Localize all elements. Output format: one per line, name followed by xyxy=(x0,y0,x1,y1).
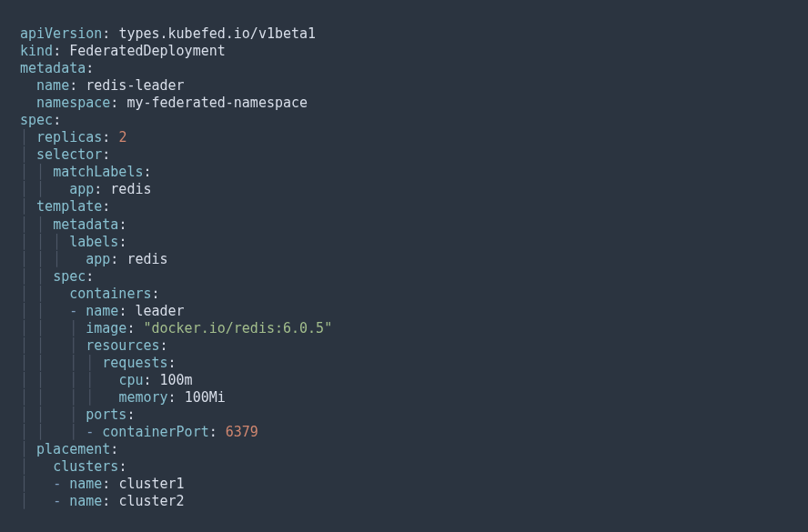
yaml-value: 100Mi xyxy=(185,389,226,406)
yaml-value: types.kubefed.io/v1beta1 xyxy=(118,25,316,42)
yaml-value: FederatedDeployment xyxy=(69,43,226,59)
yaml-key: containers xyxy=(69,286,151,302)
yaml-value: 6379 xyxy=(226,424,258,440)
yaml-value: redis-leader xyxy=(86,77,184,94)
yaml-key: replicas xyxy=(36,129,102,146)
yaml-key: metadata xyxy=(53,216,118,233)
yaml-key: name xyxy=(86,303,118,319)
yaml-value: redis xyxy=(110,181,151,197)
yaml-key: name xyxy=(36,77,69,94)
yaml-value: 100m xyxy=(160,372,193,388)
yaml-key: placement xyxy=(36,441,110,457)
yaml-key: resources xyxy=(86,337,159,354)
yaml-value: cluster2 xyxy=(118,493,184,509)
yaml-key: app xyxy=(86,251,110,267)
yaml-key: ports xyxy=(86,407,126,423)
yaml-value: redis xyxy=(126,251,167,267)
yaml-key: metadata xyxy=(20,60,86,76)
yaml-value: leader xyxy=(135,303,184,319)
yaml-key: image xyxy=(86,320,126,336)
yaml-key: spec xyxy=(53,268,86,285)
yaml-key: labels xyxy=(69,234,118,250)
yaml-key: name xyxy=(69,493,102,509)
yaml-key: kind xyxy=(20,43,53,59)
yaml-key: spec xyxy=(20,112,53,128)
yaml-value: my-federated-namespace xyxy=(126,95,308,111)
yaml-key: cpu xyxy=(118,372,143,388)
yaml-key: memory xyxy=(118,389,167,406)
yaml-value: 2 xyxy=(118,129,126,146)
yaml-code-block: apiVersion: types.kubefed.io/v1beta1 kin… xyxy=(20,25,788,510)
yaml-key: namespace xyxy=(36,95,110,111)
yaml-key: apiVersion xyxy=(20,25,102,42)
yaml-key: app xyxy=(69,181,94,197)
yaml-key: containerPort xyxy=(102,424,208,440)
yaml-key: template xyxy=(36,198,102,215)
yaml-value: cluster1 xyxy=(118,476,184,492)
yaml-key: requests xyxy=(102,355,167,371)
yaml-value: "docker.io/redis:6.0.5" xyxy=(143,320,332,336)
yaml-key: name xyxy=(69,476,102,492)
yaml-key: selector xyxy=(36,146,102,163)
yaml-key: clusters xyxy=(53,458,118,475)
yaml-key: matchLabels xyxy=(53,164,143,180)
